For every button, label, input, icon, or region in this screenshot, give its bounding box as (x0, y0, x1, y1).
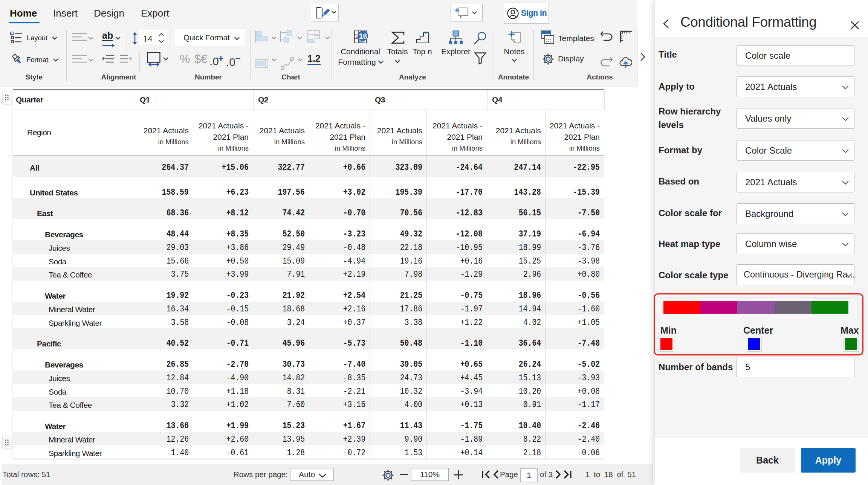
svg-text:16: 16 (359, 32, 367, 40)
